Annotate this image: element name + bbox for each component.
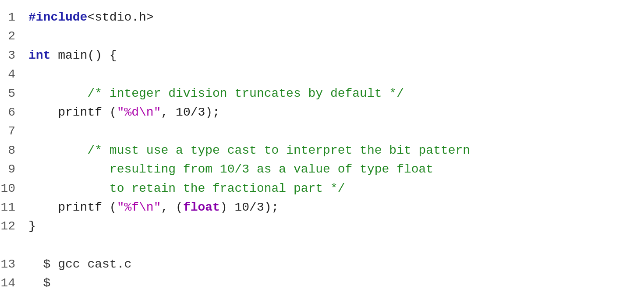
code-line	[0, 236, 644, 255]
code-token: printf (	[28, 106, 117, 119]
line-number: 13	[0, 255, 24, 274]
line-content	[24, 236, 644, 255]
line-number: 5	[0, 84, 24, 103]
line-number: 14	[0, 274, 24, 289]
code-token: int	[28, 49, 50, 62]
code-line: 6 printf ("%d\n", 10/3);	[0, 103, 644, 122]
code-token: "%f\n"	[117, 201, 161, 214]
line-content: /* must use a type cast to interpret the…	[24, 141, 644, 160]
code-container: 1#include<stdio.h>2 3int main() {4 5 /* …	[0, 4, 644, 289]
line-content	[24, 27, 644, 46]
code-token: #include	[28, 11, 87, 24]
code-line: 12}	[0, 217, 644, 236]
code-line: 7	[0, 122, 644, 141]
code-token: ) 10/3);	[220, 201, 279, 214]
line-content: printf ("%d\n", 10/3);	[24, 103, 644, 122]
line-number: 12	[0, 217, 24, 236]
line-content: $	[24, 274, 644, 289]
code-line: 14 $	[0, 274, 644, 289]
line-number: 1	[0, 8, 24, 27]
code-line: 8 /* must use a type cast to interpret t…	[0, 141, 644, 160]
code-token: to retain the fractional part */	[28, 182, 345, 195]
code-token: <stdio.h>	[87, 11, 153, 24]
code-line: 13 $ gcc cast.c	[0, 255, 644, 274]
line-content: }	[24, 217, 644, 236]
code-line: 9 resulting from 10/3 as a value of type…	[0, 160, 644, 179]
code-line: 3int main() {	[0, 46, 644, 65]
code-token: "%d\n"	[117, 106, 161, 119]
code-token: /* integer division truncates by default…	[28, 87, 404, 100]
code-line: 1#include<stdio.h>	[0, 8, 644, 27]
line-content: printf ("%f\n", (float) 10/3);	[24, 198, 644, 217]
line-number: 2	[0, 27, 24, 46]
code-line: 2	[0, 27, 644, 46]
line-content: resulting from 10/3 as a value of type f…	[24, 160, 644, 179]
code-token: printf (	[28, 201, 117, 214]
line-number: 3	[0, 46, 24, 65]
line-content	[24, 122, 644, 141]
line-number: 9	[0, 160, 24, 179]
code-line: 11 printf ("%f\n", (float) 10/3);	[0, 198, 644, 217]
line-number: 8	[0, 141, 24, 160]
code-line: 5 /* integer division truncates by defau…	[0, 84, 644, 103]
line-number: 11	[0, 198, 24, 217]
line-content	[24, 65, 644, 84]
code-token: resulting from 10/3 as a value of type f…	[28, 162, 433, 176]
code-token: , 10/3);	[161, 106, 219, 119]
code-token: /* must use a type cast to interpret the…	[28, 144, 470, 157]
line-content: int main() {	[24, 46, 644, 65]
code-line: 4	[0, 65, 644, 84]
code-token: main() {	[50, 49, 117, 62]
line-number: 10	[0, 179, 24, 198]
code-token: $ gcc cast.c	[28, 257, 131, 271]
code-token: $	[28, 276, 50, 289]
line-content: #include<stdio.h>	[24, 8, 644, 27]
code-line: 10 to retain the fractional part */	[0, 179, 644, 198]
line-number: 7	[0, 122, 24, 141]
line-number: 4	[0, 65, 24, 84]
code-token: float	[183, 201, 220, 214]
line-content: to retain the fractional part */	[24, 179, 644, 198]
line-number: 6	[0, 103, 24, 122]
line-content: $ gcc cast.c	[24, 255, 644, 274]
code-token: }	[28, 219, 36, 233]
code-token: , (	[161, 201, 183, 214]
line-content: /* integer division truncates by default…	[24, 84, 644, 103]
